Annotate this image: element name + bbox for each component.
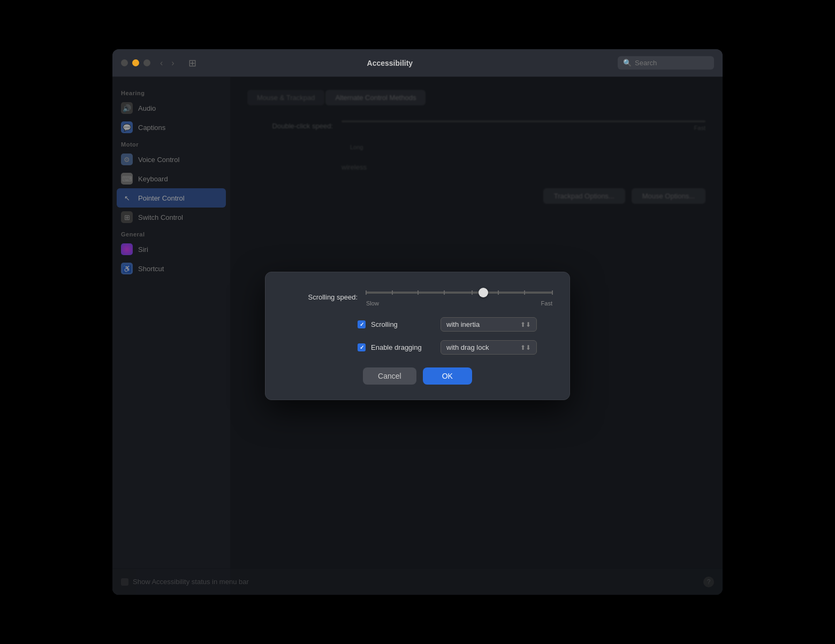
close-button[interactable] (121, 59, 128, 66)
scrolling-select-value: with inertia (446, 320, 480, 328)
tick-3 (444, 290, 445, 295)
modal-overlay: Scrolling speed: (112, 77, 723, 595)
modal-buttons: Cancel OK (283, 367, 552, 385)
modal-dialog: Scrolling speed: (265, 272, 570, 400)
search-bar[interactable]: 🔍 (618, 56, 714, 70)
traffic-lights (121, 59, 150, 66)
dragging-select[interactable]: with drag lock ⬆⬇ (441, 340, 537, 355)
slider-labels: Slow Fast (366, 300, 552, 306)
fast-label: Fast (541, 300, 552, 306)
tick-7 (552, 290, 553, 295)
scrolling-speed-row: Scrolling speed: (283, 287, 552, 306)
slider-thumb[interactable] (479, 288, 488, 297)
dragging-select-arrow: ⬆⬇ (520, 344, 531, 351)
maximize-button[interactable] (143, 59, 150, 66)
main-content: Hearing 🔊 Audio 💬 Captions Motor ⚙ Voice… (112, 77, 723, 595)
ok-button[interactable]: OK (423, 367, 472, 385)
window-title: Accessibility (162, 59, 618, 67)
tick-5 (498, 290, 499, 295)
dragging-checkbox-row: Enable dragging with drag lock ⬆⬇ (283, 340, 552, 355)
dragging-select-value: with drag lock (446, 343, 489, 351)
scrolling-speed-slider-area: Slow Fast (366, 287, 552, 306)
titlebar: ‹ › ⊞ Accessibility 🔍 (112, 49, 723, 77)
scrolling-speed-slider[interactable] (366, 287, 552, 298)
scrolling-select-arrow: ⬆⬇ (520, 321, 531, 328)
tick-4 (472, 290, 473, 295)
tick-2 (418, 290, 419, 295)
scrolling-checkbox-row: Scrolling with inertia ⬆⬇ (283, 317, 552, 332)
scrolling-select[interactable]: with inertia ⬆⬇ (441, 317, 537, 332)
dragging-checkbox[interactable] (358, 343, 366, 351)
slow-label: Slow (366, 300, 379, 306)
slider-track (366, 292, 552, 294)
scrolling-speed-label: Scrolling speed: (283, 293, 358, 301)
tick-1 (392, 290, 393, 295)
scrolling-checkbox[interactable] (358, 320, 366, 328)
main-window: ‹ › ⊞ Accessibility 🔍 Hearing 🔊 Audio 💬 … (112, 49, 723, 595)
cancel-button[interactable]: Cancel (363, 367, 416, 385)
tick-0 (366, 290, 367, 295)
search-icon: 🔍 (623, 59, 632, 67)
scrolling-checkbox-label: Scrolling (371, 320, 435, 328)
tick-6 (524, 290, 525, 295)
dragging-checkbox-label: Enable dragging (371, 343, 435, 351)
search-input[interactable] (635, 59, 709, 67)
minimize-button[interactable] (132, 59, 139, 66)
